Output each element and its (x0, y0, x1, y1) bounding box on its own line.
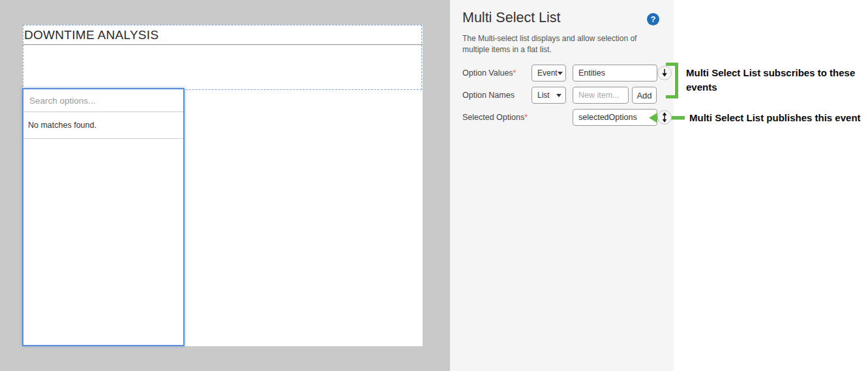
new-item-input[interactable] (573, 87, 629, 104)
required-asterisk: * (513, 68, 516, 78)
selected-options-label: Selected Options* (462, 109, 534, 126)
page-title: DOWNTIME ANALYSIS (24, 28, 158, 42)
panel-description: The Multi-select list displays and allow… (462, 33, 661, 55)
option-names-type-dropdown[interactable]: List (531, 87, 566, 104)
required-asterisk: * (524, 113, 528, 122)
option-values-type-dropdown[interactable]: Event (531, 65, 566, 82)
option-names-label: Option Names (462, 87, 534, 104)
option-values-input[interactable] (573, 65, 657, 82)
chevron-down-icon (556, 94, 561, 97)
properties-panel: Multi Select List ? The Multi-select lis… (450, 0, 674, 371)
subscribes-annotation-text: Multi Select List subscribes to these ev… (686, 66, 868, 95)
widget-search-row (23, 89, 183, 112)
option-values-label: Option Values* (462, 65, 534, 82)
dropdown-value: Event (537, 68, 558, 78)
publishes-annotation-text: Multi Select List publishes this event (689, 112, 861, 123)
subscribe-arrow-icon[interactable] (657, 66, 672, 80)
add-button[interactable]: Add (632, 87, 657, 104)
design-surface: DOWNTIME ANALYSIS No matches found. (23, 25, 423, 346)
search-input[interactable] (23, 96, 183, 106)
design-canvas: DOWNTIME ANALYSIS No matches found. (0, 0, 450, 371)
app-root: DOWNTIME ANALYSIS No matches found. Mult… (0, 0, 868, 371)
panel-title: Multi Select List (462, 10, 561, 26)
no-matches-message: No matches found. (23, 112, 183, 139)
dropdown-value: List (537, 91, 556, 100)
chevron-down-icon (558, 72, 563, 75)
publish-updown-arrow-icon[interactable] (657, 110, 672, 125)
multi-select-list-widget[interactable]: No matches found. (22, 88, 185, 346)
selected-options-input[interactable] (573, 109, 657, 126)
title-divider (23, 44, 423, 45)
help-icon[interactable]: ? (647, 13, 659, 25)
